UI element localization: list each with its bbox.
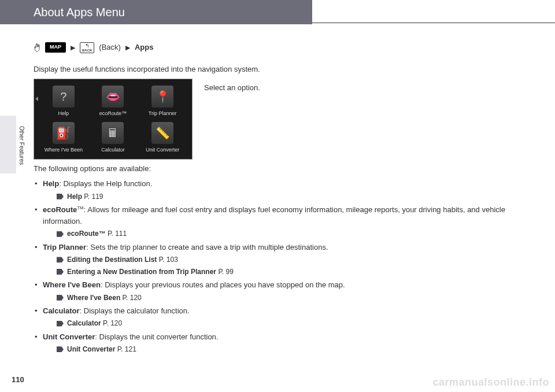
intro-text: Display the useful functions incorporate… [34, 64, 520, 75]
ref-link: Entering a New Destination from Trip Pla… [43, 267, 520, 278]
page-number: 110 [12, 375, 24, 384]
ref-link: Calculator P. 120 [43, 318, 520, 329]
option-where-ive-been: Where I've Been: Displays your previous … [35, 279, 520, 303]
where-ive-been-icon: ⛽ [53, 122, 75, 144]
watermark: carmanualsonline.info [432, 376, 549, 389]
ref-arrow-icon [57, 194, 64, 199]
ref-page: P. 120 [103, 319, 122, 327]
option-title: Help [43, 179, 59, 188]
apps-screenshot: ? Help 👄 ecoRoute™ 📍 Trip Planner ⛽ Wher… [34, 79, 193, 160]
ref-arrow-icon [57, 346, 64, 352]
calculator-icon: 🖩 [102, 122, 124, 144]
back-button-icon: ↰ BACK [80, 42, 94, 53]
hand-icon [34, 43, 40, 52]
options-list: Help: Displays the Help function. Help P… [34, 178, 520, 354]
page-title: About Apps Menu [0, 0, 312, 24]
option-desc: : Displays the Help function. [59, 179, 152, 188]
ref-text: ecoRoute™ [67, 230, 106, 238]
option-title: ecoRoute [43, 205, 77, 214]
back-label: (Back) [99, 42, 121, 53]
app-label: ecoRoute™ [99, 110, 127, 118]
unit-converter-icon: 📏 [151, 122, 173, 144]
ref-link: ecoRoute™ P. 111 [43, 228, 520, 239]
breadcrumb: MAP ▶ ↰ BACK (Back) ▶ Apps [34, 42, 520, 53]
ref-link: Editing the Destination List P. 103 [43, 254, 520, 265]
option-desc: : Allows for mileage and fuel cost entry… [43, 205, 505, 225]
ref-page: P. 99 [218, 268, 233, 276]
breadcrumb-arrow-icon: ▶ [71, 43, 75, 53]
ref-link: Unit Converter P. 121 [43, 344, 520, 355]
ref-arrow-icon [57, 231, 64, 237]
app-ecoroute: 👄 ecoRoute™ [90, 84, 137, 118]
ref-arrow-icon [57, 257, 64, 262]
app-unit-converter: 📏 Unit Converter [139, 120, 186, 154]
ref-text: Entering a New Destination from Trip Pla… [67, 268, 216, 276]
help-icon: ? [53, 86, 75, 108]
ref-text: Help [67, 193, 82, 201]
app-label: Calculator [101, 146, 125, 154]
option-title: Calculator [43, 306, 80, 315]
map-button-icon: MAP [45, 42, 66, 53]
ref-arrow-icon [57, 295, 64, 301]
content-area: MAP ▶ ↰ BACK (Back) ▶ Apps Display the u… [0, 24, 555, 355]
option-help: Help: Displays the Help function. Help P… [35, 178, 520, 202]
app-label: Where I've Been [45, 146, 83, 154]
option-desc: : Displays your previous routes and plac… [101, 280, 345, 289]
option-title: Unit Converter [43, 332, 95, 341]
ref-arrow-icon [57, 321, 64, 327]
ref-link: Help P. 119 [43, 191, 520, 202]
app-trip-planner: 📍 Trip Planner [139, 84, 186, 118]
header-bar: About Apps Menu [0, 0, 555, 24]
app-help: ? Help [40, 84, 87, 118]
option-title: Trip Planner [43, 243, 86, 252]
option-desc: : Displays the calculator function. [80, 306, 190, 315]
option-ecoroute: ecoRouteTM: Allows for mileage and fuel … [35, 204, 520, 239]
ref-text: Where I've Been [67, 294, 120, 302]
ref-page: P. 111 [108, 230, 127, 238]
ref-link: Where I've Been P. 120 [43, 293, 520, 304]
option-title: Where I've Been [43, 280, 101, 289]
option-unit-converter: Unit Converter: Displays the unit conver… [35, 331, 520, 355]
app-calculator: 🖩 Calculator [90, 120, 137, 154]
instruction-text: Select an option. [204, 79, 260, 94]
app-label: Trip Planner [149, 110, 177, 118]
option-calculator: Calculator: Displays the calculator func… [35, 305, 520, 329]
ref-page: P. 103 [159, 256, 178, 264]
trip-planner-icon: 📍 [151, 86, 173, 108]
breadcrumb-arrow-icon: ▶ [125, 43, 130, 53]
back-button-text: BACK [82, 49, 92, 52]
option-title-sup: TM [77, 205, 84, 210]
options-intro: The following options are available: [34, 163, 520, 175]
apps-label: Apps [135, 42, 154, 53]
ref-page: P. 121 [117, 345, 136, 353]
ref-text: Calculator [67, 319, 101, 327]
ref-text: Editing the Destination List [67, 256, 157, 264]
sidebar-tab [0, 116, 16, 173]
header-rule [312, 0, 555, 23]
ecoroute-icon: 👄 [102, 86, 124, 108]
screenshot-row: ? Help 👄 ecoRoute™ 📍 Trip Planner ⛽ Wher… [34, 79, 520, 160]
app-where-ive-been: ⛽ Where I've Been [40, 120, 87, 154]
ref-text: Unit Converter [67, 345, 115, 353]
ref-page: P. 120 [123, 294, 142, 302]
option-desc: : Sets the trip planner to create and sa… [86, 243, 328, 252]
option-trip-planner: Trip Planner: Sets the trip planner to c… [35, 242, 520, 277]
ref-arrow-icon [57, 269, 64, 275]
back-arrow-icon: ↰ [85, 43, 90, 49]
app-label: Help [58, 110, 69, 118]
app-label: Unit Converter [146, 146, 179, 154]
sidebar-section-label: Other Features [18, 126, 25, 165]
ref-page: P. 119 [84, 193, 103, 201]
option-desc: : Displays the unit converter function. [95, 332, 218, 341]
